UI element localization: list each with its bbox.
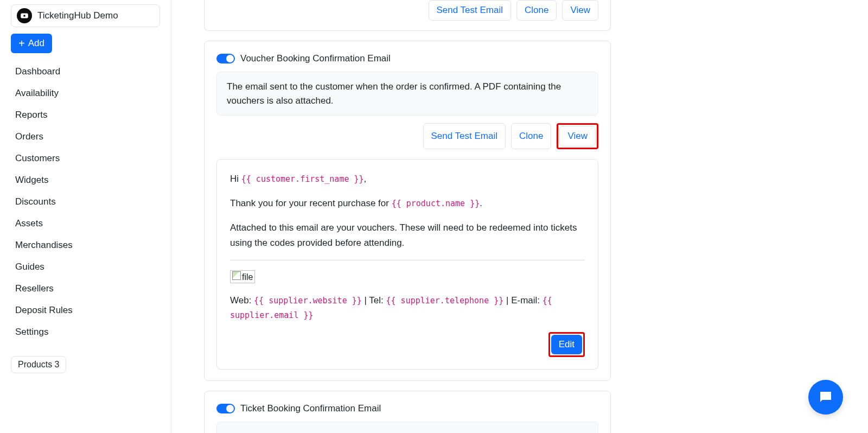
- prev-card-actions: Send Test Email Clone View: [204, 0, 611, 31]
- chat-fab[interactable]: [808, 380, 843, 415]
- nav-item-settings[interactable]: Settings: [11, 321, 160, 343]
- nav-item-orders[interactable]: Orders: [11, 126, 160, 148]
- nav-item-resellers[interactable]: Resellers: [11, 278, 160, 300]
- preview-greeting: Hi {{ customer.first_name }},: [230, 171, 585, 186]
- plus-icon: +: [18, 38, 25, 49]
- ticket-description-box: The email sent to the customer when the …: [216, 422, 598, 433]
- clone-button[interactable]: Clone: [516, 0, 557, 21]
- send-test-email-button[interactable]: Send Test Email: [429, 0, 512, 21]
- voucher-card-title: Voucher Booking Confirmation Email: [240, 53, 391, 64]
- email-preview: Hi {{ customer.first_name }}, Thank you …: [216, 159, 598, 370]
- nav-item-dashboard[interactable]: Dashboard: [11, 61, 160, 82]
- voucher-toggle[interactable]: [216, 54, 235, 63]
- add-button[interactable]: + Add: [11, 34, 52, 53]
- var-product-name: {{ product.name }}: [392, 199, 480, 208]
- view-button[interactable]: View: [562, 0, 598, 21]
- file-attachment-placeholder: file: [230, 270, 255, 283]
- main-content: Send Test Email Clone View Voucher Booki…: [171, 0, 868, 433]
- broken-image-icon: [232, 271, 241, 280]
- ticket-confirmation-card: Ticket Booking Confirmation Email The em…: [204, 391, 611, 433]
- preview-contact-line: Web: {{ supplier.website }} | Tel: {{ su…: [230, 293, 585, 322]
- preview-thank-you: Thank you for your recent purchase for {…: [230, 196, 585, 211]
- nav-item-merchandises[interactable]: Merchandises: [11, 234, 160, 256]
- preview-divider: [230, 260, 585, 260]
- voucher-view-button[interactable]: View: [559, 126, 596, 147]
- nav-item-availability[interactable]: Availability: [11, 82, 160, 104]
- nav-item-discounts[interactable]: Discounts: [11, 191, 160, 213]
- brand-logo-icon: [17, 8, 32, 23]
- nav-item-reports[interactable]: Reports: [11, 104, 160, 126]
- ticket-toggle[interactable]: [216, 404, 235, 413]
- var-supplier-website: {{ supplier.website }}: [254, 296, 362, 305]
- nav-item-customers[interactable]: Customers: [11, 148, 160, 169]
- file-label: file: [242, 272, 253, 282]
- chat-icon: [818, 389, 834, 405]
- highlight-edit: Edit: [548, 332, 585, 357]
- voucher-send-test-button[interactable]: Send Test Email: [423, 123, 506, 149]
- sidebar: TicketingHub Demo + Add Dashboard Availa…: [0, 0, 171, 433]
- var-supplier-telephone: {{ supplier.telephone }}: [386, 296, 504, 305]
- voucher-description-box: The email sent to the customer when the …: [216, 72, 598, 116]
- preview-body: Attached to this email are your vouchers…: [230, 220, 585, 250]
- nav-item-deposit-rules[interactable]: Deposit Rules: [11, 300, 160, 321]
- ticket-card-title: Ticket Booking Confirmation Email: [240, 403, 381, 414]
- voucher-clone-button[interactable]: Clone: [511, 123, 551, 149]
- add-button-label: Add: [28, 38, 44, 49]
- ticket-description-text: The email sent to the customer when the …: [227, 430, 588, 433]
- nav-item-assets[interactable]: Assets: [11, 213, 160, 234]
- brand-selector[interactable]: TicketingHub Demo: [11, 4, 160, 27]
- products-pill[interactable]: Products 3: [11, 356, 66, 373]
- nav-list: Dashboard Availability Reports Orders Cu…: [11, 61, 160, 343]
- brand-name: TicketingHub Demo: [37, 10, 118, 21]
- nav-item-guides[interactable]: Guides: [11, 256, 160, 278]
- voucher-confirmation-card: Voucher Booking Confirmation Email The e…: [204, 41, 611, 381]
- var-customer-first-name: {{ customer.first_name }}: [241, 174, 364, 184]
- svg-point-1: [23, 15, 25, 17]
- edit-button[interactable]: Edit: [551, 335, 582, 354]
- voucher-actions-row: Send Test Email Clone View: [216, 123, 598, 149]
- highlight-view: View: [557, 123, 598, 149]
- nav-item-widgets[interactable]: Widgets: [11, 169, 160, 191]
- voucher-description-text: The email sent to the customer when the …: [227, 80, 588, 107]
